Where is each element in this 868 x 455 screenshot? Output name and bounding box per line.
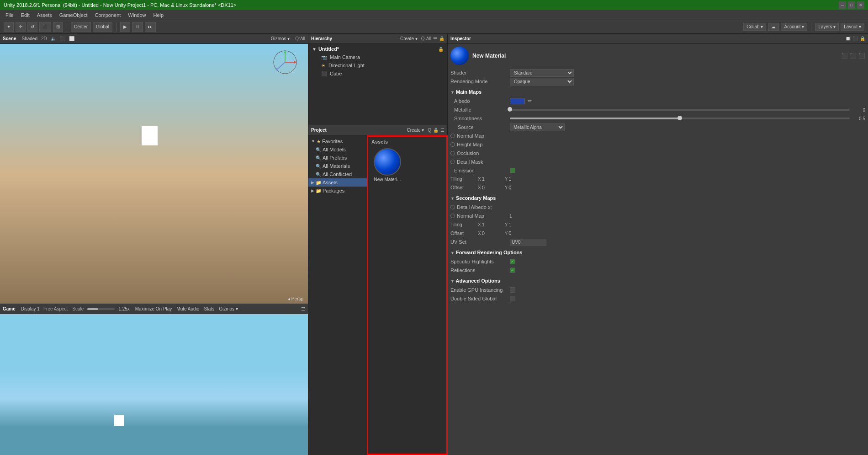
gpu-instancing-checkbox[interactable] bbox=[510, 287, 515, 293]
rendering-mode-dropdown[interactable]: Opaque bbox=[510, 78, 574, 86]
game-gizmos[interactable]: Gizmos ▾ bbox=[219, 306, 238, 311]
metallic-slider-thumb[interactable] bbox=[508, 107, 512, 112]
metallic-slider-track[interactable] bbox=[510, 109, 850, 111]
hierarchy-toolbar: Hierarchy Create ▾ Q-All ☰ 🔒 bbox=[308, 34, 447, 44]
menu-window[interactable]: Window bbox=[124, 11, 149, 19]
play-button[interactable]: ▶ bbox=[120, 22, 130, 32]
hierarchy-item-untitled[interactable]: ▼ Untitled* 🔒 bbox=[308, 45, 447, 53]
menu-component[interactable]: Component bbox=[91, 11, 124, 19]
reflections-checkbox[interactable]: ✓ bbox=[510, 268, 515, 273]
all-materials-item[interactable]: 🔍 All Materials bbox=[308, 162, 367, 170]
menu-help[interactable]: Help bbox=[149, 11, 167, 19]
game-panel-icon[interactable]: ☰ bbox=[301, 306, 305, 311]
transform-move-tool[interactable]: ✛ bbox=[16, 22, 26, 32]
collab-button[interactable]: Collab ▾ bbox=[743, 23, 766, 31]
game-canvas[interactable] bbox=[0, 314, 308, 455]
account-button[interactable]: Account ▾ bbox=[781, 23, 807, 31]
hierarchy-lock-icon2[interactable]: 🔒 bbox=[438, 47, 444, 52]
source-dropdown[interactable]: Metallic Alpha bbox=[510, 123, 565, 131]
aspect-dropdown[interactable]: Free Aspect bbox=[43, 306, 68, 311]
smoothness-slider-track[interactable] bbox=[510, 118, 850, 119]
game-tab[interactable]: Game bbox=[3, 306, 16, 311]
all-models-item[interactable]: 🔍 All Models bbox=[308, 145, 367, 154]
search-icon-4: 🔍 bbox=[316, 172, 321, 177]
inspector-icon-2[interactable]: ⬛ bbox=[852, 36, 858, 41]
hierarchy-item-camera[interactable]: 📷 Main Camera bbox=[308, 53, 447, 61]
display-dropdown[interactable]: Display 1 bbox=[21, 306, 40, 311]
advanced-options-collapse[interactable]: ▼ bbox=[450, 279, 455, 284]
shading-dropdown[interactable]: Shaded bbox=[21, 36, 37, 41]
main-maps-collapse[interactable]: ▼ bbox=[450, 90, 455, 95]
layers-button[interactable]: Layers ▾ bbox=[815, 23, 839, 31]
menu-edit[interactable]: Edit bbox=[17, 11, 33, 19]
hierarchy-menu-icon[interactable]: ☰ bbox=[433, 36, 437, 41]
emission-checkbox[interactable] bbox=[510, 168, 515, 173]
double-sided-row: Double Sided Global bbox=[450, 294, 865, 303]
project-lock-icon[interactable]: 🔒 bbox=[433, 128, 439, 133]
project-menu-icon[interactable]: ☰ bbox=[440, 128, 445, 133]
transform-hand-tool[interactable]: ✦ bbox=[4, 22, 14, 32]
packages-tree-item[interactable]: ▶ 📁 Packages bbox=[308, 187, 367, 195]
inspector-lock-icon[interactable]: 🔒 bbox=[860, 36, 865, 41]
scene-tab[interactable]: Scene bbox=[3, 36, 16, 41]
2d-button[interactable]: 2D bbox=[41, 36, 47, 41]
project-search[interactable]: Q bbox=[428, 128, 431, 133]
assets-tree-item[interactable]: ▶ 📁 Assets bbox=[308, 178, 367, 187]
uv-set-input[interactable] bbox=[510, 239, 546, 246]
normal-map-circle-icon bbox=[450, 134, 455, 138]
pivot-button[interactable]: Center bbox=[71, 22, 91, 32]
all-prefabs-item[interactable]: 🔍 All Prefabs bbox=[308, 154, 367, 162]
forward-rendering-collapse[interactable]: ▼ bbox=[450, 251, 455, 255]
menu-gameobject[interactable]: GameObject bbox=[56, 11, 91, 19]
inspector-header-icon-1[interactable]: ⬛ bbox=[841, 53, 848, 59]
favorites-item[interactable]: ▼ ★ Favorites bbox=[308, 137, 367, 145]
secondary-maps-collapse[interactable]: ▼ bbox=[450, 196, 455, 201]
menu-file[interactable]: File bbox=[2, 11, 17, 19]
smoothness-label: Smoothness bbox=[450, 116, 510, 121]
minimize-button[interactable]: ─ bbox=[839, 1, 846, 9]
transform-rotate-tool[interactable]: ↺ bbox=[27, 22, 37, 32]
shader-dropdown[interactable]: Standard bbox=[510, 69, 574, 77]
stats-button[interactable]: Stats bbox=[204, 306, 214, 311]
smoothness-slider-thumb[interactable] bbox=[677, 116, 682, 120]
hierarchy-search[interactable]: Q-All bbox=[421, 36, 431, 41]
double-sided-checkbox[interactable] bbox=[510, 296, 515, 301]
maximize-toggle[interactable]: Maximize On Play bbox=[135, 306, 172, 311]
project-tab[interactable]: Project bbox=[311, 128, 327, 133]
sec-offset-y: 0 bbox=[508, 230, 531, 236]
maximize-button[interactable]: □ bbox=[848, 1, 855, 9]
scene-canvas[interactable]: ◂ Persp bbox=[0, 44, 308, 304]
material-asset-name: New Materi... bbox=[374, 177, 401, 182]
inspector-icon-1[interactable]: 🔲 bbox=[845, 36, 851, 41]
menu-assets[interactable]: Assets bbox=[33, 11, 56, 19]
inspector-header-icon-2[interactable]: ⬛ bbox=[850, 53, 857, 59]
space-button[interactable]: Global bbox=[93, 22, 112, 32]
inspector-tab[interactable]: Inspector bbox=[450, 36, 471, 41]
albedo-color-swatch[interactable] bbox=[510, 98, 524, 104]
specular-checkbox[interactable]: ✓ bbox=[510, 259, 515, 264]
cloud-button[interactable]: ☁ bbox=[768, 23, 779, 31]
mute-toggle[interactable]: Mute Audio bbox=[176, 306, 199, 311]
hierarchy-item-cube[interactable]: ⬛ Cube bbox=[308, 70, 447, 78]
layout-button[interactable]: Layout ▾ bbox=[841, 23, 864, 31]
transform-scale-tool[interactable]: ⬛ bbox=[39, 22, 51, 32]
scene-search[interactable]: Q:All bbox=[295, 36, 305, 41]
hierarchy-tab[interactable]: Hierarchy bbox=[311, 36, 332, 41]
pause-button[interactable]: ⏸ bbox=[132, 22, 143, 32]
project-create[interactable]: Create ▾ bbox=[407, 128, 424, 133]
gizmos-button[interactable]: Gizmos ▾ bbox=[271, 36, 290, 41]
transform-rect-tool[interactable]: ⊞ bbox=[53, 22, 63, 32]
hierarchy-create[interactable]: Create ▾ bbox=[400, 36, 418, 41]
hierarchy-content: ▼ Untitled* 🔒 📷 Main Camera ☀ Directiona… bbox=[308, 44, 447, 125]
scale-slider[interactable] bbox=[87, 308, 115, 310]
all-conflicted-item[interactable]: 🔍 All Conflicted bbox=[308, 170, 367, 178]
new-material-asset[interactable]: New Materi... bbox=[371, 148, 403, 182]
render-icon: ⬛ bbox=[60, 36, 65, 41]
hierarchy-item-light[interactable]: ☀ Directional Light bbox=[308, 61, 447, 70]
hierarchy-lock-icon[interactable]: 🔒 bbox=[439, 36, 445, 41]
pencil-icon[interactable]: ✏ bbox=[528, 98, 532, 103]
step-button[interactable]: ⏭ bbox=[145, 22, 156, 32]
close-button[interactable]: ✕ bbox=[857, 1, 864, 9]
inspector-header-icon-3[interactable]: ⬛ bbox=[858, 53, 865, 59]
smoothness-slider-container: 0.5 bbox=[510, 116, 865, 121]
